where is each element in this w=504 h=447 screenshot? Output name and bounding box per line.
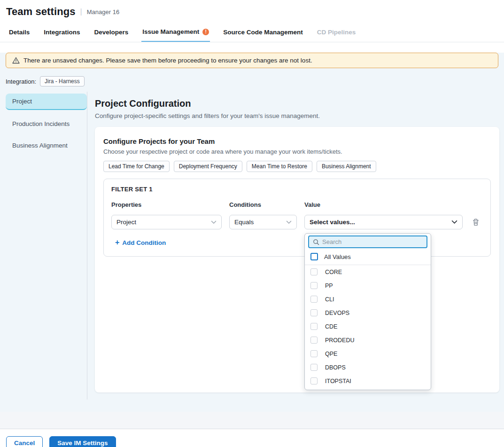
chip-deployment-frequency[interactable]: Deployment Frequency: [174, 161, 242, 172]
value-header: Value: [304, 201, 463, 208]
plus-icon: +: [115, 239, 119, 246]
tab-label: Source Code Management: [223, 29, 303, 36]
option-core[interactable]: CORE: [305, 265, 431, 279]
footer-bar: Cancel Save IM Settings: [0, 429, 504, 447]
tab-label: Integrations: [44, 29, 80, 36]
option-label: DBOPS: [325, 364, 346, 371]
option-cde[interactable]: CDE: [305, 320, 431, 333]
sidebar-item-business-alignment[interactable]: Business Alignment: [6, 138, 87, 153]
filter-set-1: FILTER SET 1 Properties Conditions Value…: [103, 179, 491, 257]
section-title: Project Configuration: [95, 98, 499, 109]
tab-label: CD Pipelines: [317, 29, 356, 36]
page-header: Team settings | Manager 16: [0, 0, 504, 23]
option-checkbox[interactable]: [310, 350, 318, 357]
unsaved-changes-banner: There are unsaved changes. Please save t…: [6, 53, 498, 68]
sidebar-item-label: Project: [12, 98, 32, 105]
tab-label: Details: [9, 29, 30, 36]
option-label: PP: [325, 282, 333, 289]
sidebar-item-production-incidents[interactable]: Production Incidents: [6, 116, 87, 132]
conditions-select[interactable]: Equals: [229, 215, 297, 229]
delete-condition-button[interactable]: [472, 218, 480, 226]
option-pp[interactable]: PP: [305, 279, 431, 292]
option-label: ITOPSTAI: [325, 378, 351, 384]
chip-business-alignment[interactable]: Business Alignment: [317, 161, 376, 172]
title-separator: |: [80, 8, 82, 16]
cancel-button[interactable]: Cancel: [6, 436, 43, 447]
save-im-settings-button[interactable]: Save IM Settings: [49, 436, 116, 447]
dropdown-search-box: [308, 235, 427, 248]
tab-cd-pipelines: CD Pipelines: [316, 23, 357, 42]
card-title: Configure Projects for your Team: [103, 137, 491, 145]
option-prodedu[interactable]: PRODEDU: [305, 333, 431, 347]
project-config-card: Configure Projects for your Team Choose …: [95, 127, 499, 392]
option-pipe[interactable]: PIPE: [305, 388, 431, 390]
chip-mean-time-to-restore[interactable]: Mean Time to Restore: [247, 161, 312, 172]
properties-select-value: Project: [116, 219, 136, 226]
tab-bar: Details Integrations Developers Issue Ma…: [0, 23, 504, 42]
all-values-option[interactable]: All Values: [305, 248, 431, 265]
page-body: There are unsaved changes. Please save t…: [0, 53, 504, 412]
value-dropdown-panel: All Values CORE PP: [304, 233, 431, 390]
option-dbops[interactable]: DBOPS: [305, 361, 431, 374]
integration-label: Integration:: [6, 78, 36, 85]
trash-icon: [472, 218, 480, 226]
value-select-placeholder: Select values...: [310, 219, 355, 226]
option-label: DEVOPS: [325, 310, 349, 316]
page-title: Team settings: [6, 6, 76, 18]
properties-header: Properties: [111, 201, 222, 208]
tab-integrations[interactable]: Integrations: [43, 23, 81, 42]
option-checkbox[interactable]: [310, 337, 318, 344]
section-subtitle: Configure project-specific settings and …: [95, 112, 499, 119]
option-cli[interactable]: CLI: [305, 292, 431, 306]
chevron-down-icon: [211, 220, 217, 224]
option-checkbox[interactable]: [310, 268, 318, 275]
main-panel: Project Configuration Configure project-…: [87, 92, 504, 400]
option-label: CDE: [325, 323, 337, 330]
tab-details[interactable]: Details: [8, 23, 31, 42]
option-checkbox[interactable]: [310, 364, 318, 371]
conditions-header: Conditions: [229, 201, 297, 208]
chevron-down-icon: [286, 220, 292, 224]
option-label: QPE: [325, 351, 337, 357]
tab-source-code-management[interactable]: Source Code Management: [222, 23, 304, 42]
all-values-checkbox[interactable]: [310, 253, 318, 260]
warning-triangle-icon: [12, 57, 20, 64]
card-subtitle: Choose your respective project or code a…: [103, 148, 491, 155]
integration-chip[interactable]: Jira - Harness: [40, 76, 85, 86]
option-qpe[interactable]: QPE: [305, 347, 431, 361]
option-checkbox[interactable]: [310, 282, 318, 289]
footer-spacer: [0, 412, 504, 429]
condition-row: Project Equals Select valu: [111, 215, 483, 229]
warning-badge-icon: !: [202, 29, 209, 35]
tab-developers[interactable]: Developers: [93, 23, 130, 42]
integration-row: Integration: Jira - Harness: [6, 76, 498, 86]
sidebar-item-project[interactable]: Project: [6, 94, 87, 110]
option-devops[interactable]: DEVOPS: [305, 306, 431, 320]
option-itopstai[interactable]: ITOPSTAI: [305, 374, 431, 388]
sidebar-item-label: Business Alignment: [12, 142, 68, 149]
chip-lead-time-for-change[interactable]: Lead Time for Change: [103, 161, 170, 172]
sidebar-item-label: Production Incidents: [12, 120, 70, 127]
option-label: CORE: [325, 269, 342, 275]
value-multiselect[interactable]: Select values...: [304, 215, 463, 229]
option-checkbox[interactable]: [310, 296, 318, 303]
search-input[interactable]: [322, 238, 423, 245]
condition-headers: Properties Conditions Value: [111, 201, 483, 208]
option-label: PRODEDU: [325, 337, 355, 344]
option-label: CLI: [325, 296, 334, 303]
option-checkbox[interactable]: [310, 309, 318, 316]
add-condition-button[interactable]: + Add Condition: [115, 239, 166, 246]
option-checkbox[interactable]: [310, 323, 318, 330]
banner-text: There are unsaved changes. Please save t…: [23, 57, 312, 64]
tab-label: Developers: [94, 29, 129, 36]
option-checkbox[interactable]: [310, 377, 318, 384]
search-icon: [313, 239, 319, 245]
filter-set-title: FILTER SET 1: [111, 186, 483, 193]
add-condition-label: Add Condition: [122, 239, 166, 246]
content-columns: Project Production Incidents Business Al…: [0, 92, 504, 400]
settings-sidebar: Project Production Incidents Business Al…: [0, 92, 87, 400]
dropdown-options-list: CORE PP CLI: [305, 265, 431, 390]
tab-issue-management[interactable]: Issue Management !: [141, 23, 210, 42]
properties-select[interactable]: Project: [111, 215, 222, 229]
conditions-select-value: Equals: [234, 219, 254, 226]
